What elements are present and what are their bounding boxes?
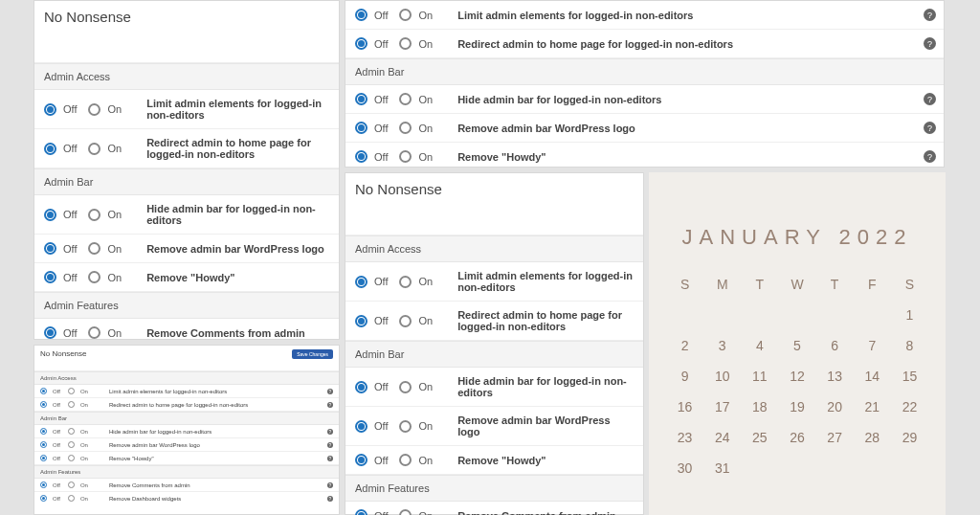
radio-off[interactable]	[355, 381, 368, 393]
calendar-day[interactable]: 23	[666, 430, 703, 445]
calendar-day[interactable]: 8	[891, 338, 928, 353]
calendar-day[interactable]: 4	[741, 338, 778, 353]
radio-on[interactable]	[88, 271, 100, 283]
calendar-day[interactable]: 29	[891, 430, 928, 445]
radio-on[interactable]	[399, 9, 412, 21]
radio-on[interactable]	[68, 455, 75, 461]
radio-off[interactable]	[44, 271, 56, 283]
help-icon[interactable]: ?	[924, 93, 936, 105]
calendar-day[interactable]: 31	[703, 460, 741, 476]
radio-on[interactable]	[399, 454, 412, 466]
radio-on[interactable]	[399, 150, 412, 163]
radio-off[interactable]	[40, 401, 47, 408]
radio-off[interactable]	[40, 495, 47, 502]
radio-off[interactable]	[44, 143, 56, 155]
radio-off[interactable]	[355, 122, 368, 134]
radio-on[interactable]	[88, 143, 100, 155]
radio-off[interactable]	[355, 150, 368, 163]
panel-spacer	[34, 31, 339, 63]
calendar-day[interactable]: 21	[854, 399, 891, 414]
radio-off[interactable]	[44, 103, 56, 116]
calendar-day[interactable]: 22	[891, 399, 928, 414]
calendar-day[interactable]: 19	[778, 399, 815, 414]
radio-on[interactable]	[88, 103, 100, 116]
calendar-day[interactable]: 27	[816, 430, 854, 445]
radio-off[interactable]	[44, 326, 56, 339]
radio-on[interactable]	[399, 37, 412, 50]
calendar-day[interactable]: 11	[741, 369, 778, 384]
section-admin-access: Admin Access	[34, 63, 339, 90]
calendar-day[interactable]: 20	[816, 399, 854, 414]
calendar-day[interactable]: 2	[666, 338, 703, 353]
radio-on[interactable]	[68, 388, 75, 394]
calendar-empty	[778, 307, 815, 323]
radio-off[interactable]	[40, 388, 47, 394]
radio-on[interactable]	[68, 481, 75, 488]
radio-on[interactable]	[399, 93, 412, 105]
calendar-day[interactable]: 16	[666, 399, 703, 414]
radio-on[interactable]	[88, 326, 100, 339]
radio-on[interactable]	[68, 495, 75, 502]
calendar-day[interactable]: 13	[816, 369, 854, 384]
calendar-day[interactable]: 7	[854, 338, 891, 353]
radio-off[interactable]	[355, 93, 368, 105]
calendar-day[interactable]: 9	[666, 369, 703, 384]
calendar-day[interactable]: 17	[703, 399, 741, 414]
help-icon[interactable]: ?	[924, 122, 936, 134]
radio-off[interactable]	[355, 509, 368, 515]
help-icon[interactable]: ?	[327, 429, 333, 435]
calendar-day[interactable]: 12	[778, 369, 815, 384]
calendar-day[interactable]: 30	[666, 460, 703, 476]
option-remove-dash-widgets: OffOn Remove Dashboard widgets ?	[34, 492, 339, 504]
calendar-day[interactable]: 28	[854, 430, 891, 445]
calendar-day[interactable]: 14	[854, 369, 891, 384]
help-icon[interactable]: ?	[327, 456, 333, 461]
help-icon[interactable]: ?	[327, 442, 333, 448]
help-icon[interactable]: ?	[327, 402, 333, 408]
radio-off[interactable]	[40, 455, 47, 461]
calendar-day[interactable]: 3	[703, 338, 741, 353]
radio-on[interactable]	[88, 209, 100, 221]
radio-off[interactable]	[40, 441, 47, 448]
help-icon[interactable]: ?	[924, 150, 936, 163]
option-remove-comments: OffOn Remove Comments from admin ?	[34, 479, 339, 492]
radio-on[interactable]	[399, 276, 412, 288]
help-icon[interactable]: ?	[327, 389, 333, 394]
help-icon[interactable]: ?	[327, 496, 333, 502]
radio-on[interactable]	[399, 509, 412, 515]
radio-on[interactable]	[88, 242, 100, 255]
calendar-day[interactable]: 24	[703, 430, 741, 445]
help-icon[interactable]: ?	[924, 9, 936, 21]
radio-on[interactable]	[68, 428, 75, 435]
help-icon[interactable]: ?	[924, 37, 936, 50]
calendar-day[interactable]: 1	[891, 307, 928, 323]
calendar-day[interactable]: 25	[741, 430, 778, 445]
radio-on[interactable]	[399, 315, 412, 327]
radio-on[interactable]	[68, 441, 75, 448]
calendar-day[interactable]: 15	[891, 369, 928, 384]
radio-on[interactable]	[399, 381, 412, 393]
calendar-day[interactable]: 5	[778, 338, 815, 353]
radio-off[interactable]	[355, 9, 368, 21]
radio-off[interactable]	[44, 209, 56, 221]
calendar-empty	[816, 307, 854, 323]
calendar-day[interactable]: 6	[816, 338, 854, 353]
calendar-day[interactable]: 10	[703, 369, 741, 384]
section-admin-bar: Admin Bar	[34, 412, 339, 425]
radio-on[interactable]	[399, 420, 412, 433]
option-limit-admin: OffOn Limit admin elements for logged-in…	[34, 90, 339, 129]
radio-off[interactable]	[355, 276, 368, 288]
calendar-day[interactable]: 26	[778, 430, 815, 445]
radio-off[interactable]	[355, 454, 368, 466]
calendar-day[interactable]: 18	[741, 399, 778, 414]
radio-off[interactable]	[355, 420, 368, 433]
radio-off[interactable]	[355, 315, 368, 327]
save-button[interactable]: Save Changes	[292, 349, 333, 359]
radio-off[interactable]	[40, 428, 47, 435]
radio-off[interactable]	[355, 37, 368, 50]
radio-on[interactable]	[68, 401, 75, 408]
radio-off[interactable]	[40, 481, 47, 488]
radio-off[interactable]	[44, 242, 56, 255]
radio-on[interactable]	[399, 122, 412, 134]
help-icon[interactable]: ?	[327, 482, 333, 488]
